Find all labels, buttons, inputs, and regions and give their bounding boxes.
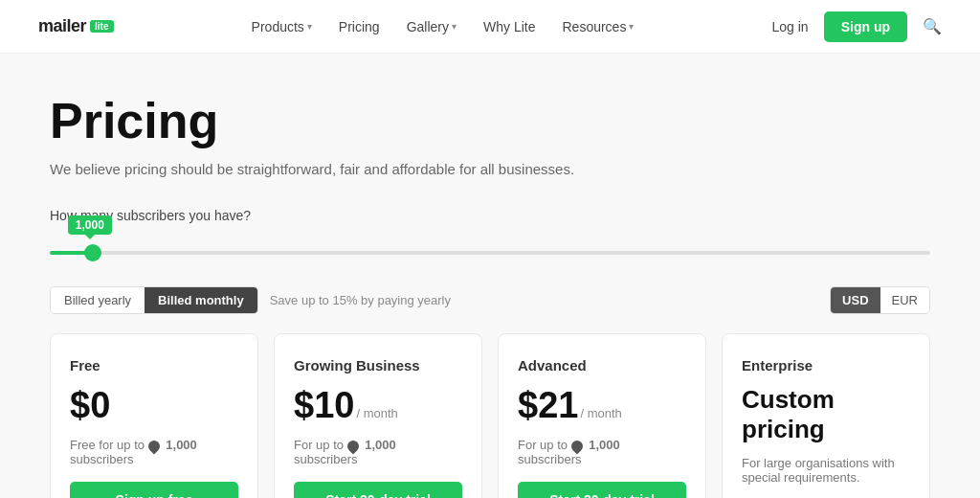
plan-price: $10 [294,385,354,426]
subscriber-slider-section: How many subscribers you have? 1,000 [50,208,930,258]
page-subtitle: We believe pricing should be straightfor… [50,161,930,177]
billing-yearly[interactable]: Billed yearly [51,287,145,313]
header-actions: Log in Sign up 🔍 [772,11,942,42]
plan-price-suffix: / month [356,406,397,420]
billing-section: Billed yearly Billed monthly Save up to … [50,286,930,314]
billing-save-text: Save up to 15% by paying yearly [270,293,451,307]
logo-text: mailer [38,16,86,36]
plan-name: Growing Business [294,357,462,374]
header: mailer lite Products▾ Pricing Gallery▾ W… [0,0,980,54]
search-icon[interactable]: 🔍 [923,17,942,35]
page-title: Pricing [50,92,930,149]
plan-desc: Free for up to 1,000 subscribers [70,438,238,466]
main-nav: Products▾ Pricing Gallery▾ Why Lite Reso… [252,19,635,34]
main-content: Pricing We believe pricing should be str… [31,54,949,498]
plan-price: $21 [518,385,578,426]
plan-desc: For up to 1,000 subscribers [518,438,686,466]
plan-cta-button[interactable]: Sign up free [70,482,238,498]
plan-price-wrap: $0 [70,385,238,426]
billing-toggle: Billed yearly Billed monthly [50,286,258,314]
slider-tooltip: 1,000 [68,215,112,235]
user-icon [145,438,162,454]
pricing-cards: Free $0 Free for up to 1,000 subscribers… [50,333,930,498]
slider-wrap: 1,000 [50,242,930,258]
plan-price-suffix: / month [580,406,621,420]
plan-name: Advanced [518,357,686,374]
chevron-down-icon: ▾ [629,21,634,32]
plan-custom-price: Custom pricing [742,385,910,444]
plan-name: Enterprise [742,357,910,374]
plan-desc: For up to 1,000 subscribers [294,438,462,466]
nav-products[interactable]: Products▾ [252,19,312,34]
login-button[interactable]: Log in [772,19,809,34]
plan-price-wrap: $21 / month [518,385,686,426]
signup-button[interactable]: Sign up [824,11,907,42]
currency-usd[interactable]: USD [831,287,880,313]
plan-cta-button[interactable]: Start 30-day trial [518,482,686,498]
nav-pricing[interactable]: Pricing [339,19,380,34]
currency-toggle: USD EUR [830,286,930,314]
user-icon [345,438,361,454]
nav-why-lite[interactable]: Why Lite [483,19,535,34]
logo[interactable]: mailer lite [38,16,114,36]
user-icon [568,438,585,454]
billing-monthly[interactable]: Billed monthly [145,287,257,313]
plan-name: Free [70,357,238,374]
plan-enterprise: Enterprise Custom pricing For large orga… [722,333,930,498]
nav-gallery[interactable]: Gallery▾ [407,19,457,34]
subscriber-slider[interactable] [50,251,930,255]
chevron-down-icon: ▾ [452,21,457,32]
plan-desc: For large organisations with special req… [742,456,910,485]
nav-resources[interactable]: Resources▾ [562,19,634,34]
chevron-down-icon: ▾ [307,21,312,32]
plan-free: Free $0 Free for up to 1,000 subscribers… [50,333,258,498]
plan-price-wrap: $10 / month [294,385,462,426]
plan-growing: Growing Business $10 / month For up to 1… [274,333,482,498]
logo-badge: lite [90,20,113,33]
plan-cta-button[interactable]: Start 30-day trial [294,482,462,498]
slider-label: How many subscribers you have? [50,208,930,223]
currency-eur[interactable]: EUR [880,287,929,313]
plan-price: $0 [70,385,110,426]
plan-advanced: Advanced $21 / month For up to 1,000 sub… [498,333,706,498]
